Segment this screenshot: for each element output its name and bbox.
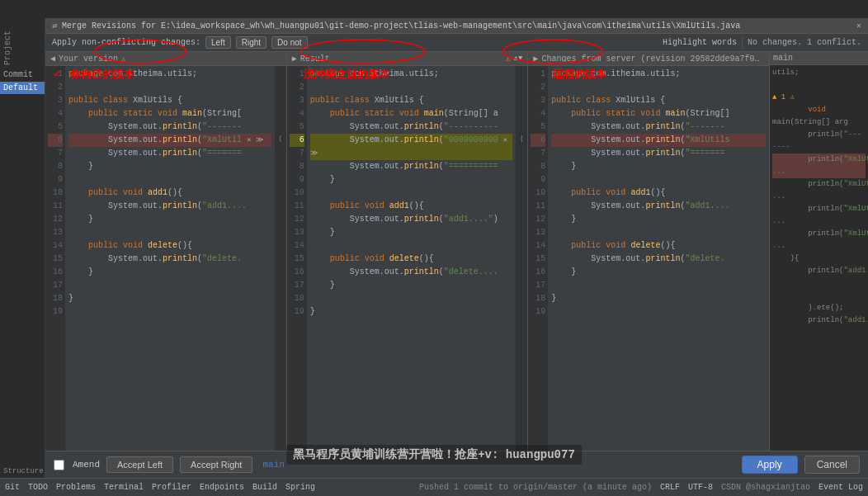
status-terminal[interactable]: Terminal (104, 483, 144, 492)
right-code: package com.itheima.utils; public class … (548, 66, 769, 451)
csdn-label: CSDN @shagxianjtao (721, 483, 810, 492)
middle-line-numbers-left: 12345678910111213141516171819 (287, 66, 307, 451)
status-todo[interactable]: TODO (28, 483, 48, 492)
accept-right-btn[interactable]: Accept Right (180, 456, 252, 473)
encoding-label[interactable]: UTF-8 (688, 483, 713, 492)
left-code: package com.itheima.utils; public class … (65, 66, 275, 451)
crlf-label[interactable]: CRLF (660, 483, 680, 492)
left-pane-header: ◀ Your version ⚠ (45, 52, 286, 66)
commit-message: Pushed 1 commit to origin/master (a minu… (419, 483, 652, 492)
bottom-left-buttons: Amend Accept Left Accept Right main (54, 456, 285, 473)
sidebar-default[interactable]: Default (0, 82, 45, 94)
status-profiler[interactable]: Profiler (152, 483, 191, 492)
cancel-btn[interactable]: Cancel (804, 456, 860, 474)
highlight-label: Highlight words (663, 38, 737, 47)
apply-left-btn[interactable]: Left (205, 36, 231, 49)
left-line-numbers: 12345678910111213141516171819 (45, 66, 65, 451)
apply-right-btn[interactable]: Right (236, 36, 267, 49)
bottom-bar: Amend Accept Left Accept Right main Appl… (45, 451, 868, 478)
sidebar-project[interactable]: Project (0, 18, 45, 68)
middle-annotations-col: ⟨ (516, 66, 527, 451)
right-line-numbers: 12345678910111213141516171819 (528, 66, 548, 451)
branch-name: main (262, 460, 284, 470)
left-annotations-col: ⟨ (275, 66, 286, 451)
merge-toolbar: Apply non-conflicting changes: Left Righ… (45, 34, 868, 52)
middle-code: package com.itheima.utils; public class … (307, 66, 517, 451)
middle-pane: ▶ Result ⚠ ▲▼ 没冲突之前的版本 12345678910111213… (287, 52, 529, 451)
right-pane: ▶ Changes from server (revision 29582dde… (528, 52, 769, 451)
left-sidebar: Project Commit Default Structure (0, 18, 45, 478)
status-event-log[interactable]: Event Log (818, 483, 863, 492)
apply-btn[interactable]: Apply (742, 456, 798, 474)
merge-icon: ⇄ (52, 21, 57, 31)
no-changes-text: No changes. 1 conflict. (748, 38, 861, 47)
result-label: Result (300, 54, 330, 64)
accept-left-btn[interactable]: Accept Left (106, 456, 173, 473)
left-pane: ◀ Your version ⚠ 你自己的版本 ↙ 12345678910111… (45, 52, 287, 451)
amend-label: Amend (73, 460, 100, 470)
sidebar-structure[interactable]: Structure (0, 465, 45, 478)
apply-label: Apply non-conflicting changes: (52, 38, 200, 47)
merge-panes: ◀ Your version ⚠ 你自己的版本 ↙ 12345678910111… (45, 52, 868, 451)
right-pane-header: ▶ Changes from server (revision 29582dde… (528, 52, 769, 66)
extra-pane: main utils; ▲ 1 ⚠ void main(String[] arg… (769, 52, 868, 451)
status-spring[interactable]: Spring (285, 483, 315, 492)
right-header-text: Changes from server (revision 29582dde9a… (541, 54, 764, 64)
amend-checkbox[interactable] (54, 460, 64, 470)
sidebar-commit[interactable]: Commit (0, 68, 45, 82)
close-icon[interactable]: ✕ (856, 21, 861, 31)
middle-pane-header: ▶ Result ⚠ ▲▼ (287, 52, 528, 66)
status-problems[interactable]: Problems (56, 483, 96, 492)
status-endpoints[interactable]: Endpoints (200, 483, 244, 492)
dialog-title-text: Merge Revisions for E:\idea_workspace_wh… (62, 21, 851, 31)
status-build[interactable]: Build (252, 483, 277, 492)
status-bar: Git TODO Problems Terminal Profiler Endp… (0, 478, 868, 496)
bottom-right-buttons: Apply Cancel (742, 456, 860, 474)
dialog-title: ⇄ Merge Revisions for E:\idea_workspace_… (45, 18, 868, 34)
status-git[interactable]: Git (5, 483, 20, 492)
do-not-btn[interactable]: Do not (271, 36, 307, 49)
merge-dialog: ⇄ Merge Revisions for E:\idea_workspace_… (45, 18, 868, 478)
left-header-text: Your version (59, 54, 118, 64)
